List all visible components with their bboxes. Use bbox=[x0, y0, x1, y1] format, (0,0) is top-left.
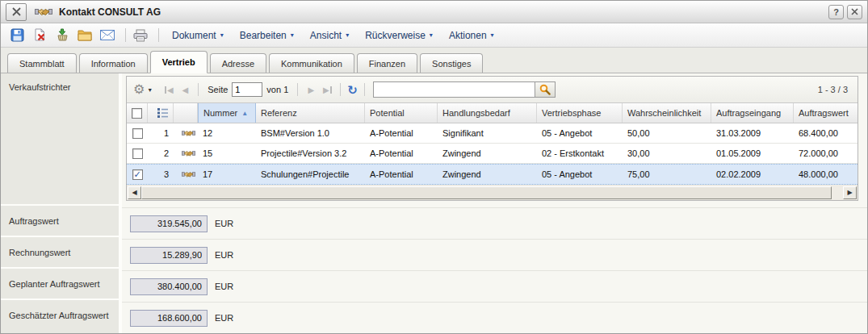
table-row[interactable]: 2 15 Projectile#Version 3.2 A-Potential … bbox=[127, 144, 858, 164]
save-button[interactable] bbox=[7, 27, 27, 44]
sales-funnel-grid: ⚙ ▼ ◀ ◀ Seite von 1 bbox=[126, 76, 858, 201]
title-bar: Kontakt CONSULT AG ? bbox=[1, 1, 867, 23]
tab-vertrieb[interactable]: Vertrieb bbox=[150, 51, 208, 73]
close-icon bbox=[11, 6, 22, 17]
geschaetzter-auftragswert-field[interactable] bbox=[130, 310, 208, 327]
search-input[interactable] bbox=[373, 81, 535, 98]
chevron-down-icon: ▾ bbox=[220, 31, 224, 39]
column-header-auftragseingang[interactable]: Auftragseingang bbox=[711, 103, 794, 123]
search-button[interactable] bbox=[535, 81, 556, 98]
gear-icon: ⚙ bbox=[133, 83, 145, 96]
main-toolbar: Dokument ▾ Bearbeiten ▾ Ansicht ▾ Rückve… bbox=[1, 23, 867, 48]
delete-document-icon bbox=[33, 28, 47, 42]
cell-potential: A-Potential bbox=[365, 144, 438, 163]
page-title: Kontakt CONSULT AG bbox=[59, 6, 161, 18]
select-all-header-cell bbox=[127, 103, 148, 123]
basket-import-icon bbox=[56, 28, 69, 42]
table-row-selected[interactable]: ✓ 3 17 Schulungen#Projectile A-Potential… bbox=[127, 164, 858, 185]
select-all-checkbox[interactable] bbox=[132, 108, 142, 119]
page-number-input[interactable] bbox=[232, 82, 262, 97]
row-checkbox[interactable] bbox=[132, 148, 143, 159]
folder-icon bbox=[78, 29, 92, 41]
tab-kommunikation[interactable]: Kommunikation bbox=[269, 53, 354, 73]
previous-page-button[interactable]: ◀ bbox=[177, 82, 193, 97]
main-panel: ⚙ ▼ ◀ ◀ Seite von 1 bbox=[122, 73, 867, 333]
horizontal-scrollbar[interactable]: ◀ ▶ bbox=[127, 185, 858, 200]
auftragswert-field[interactable] bbox=[130, 215, 208, 232]
cell-handlungsbedarf: Signifikant bbox=[438, 123, 537, 143]
currency-label: EUR bbox=[215, 282, 233, 291]
row-index: 3 bbox=[148, 165, 174, 184]
print-button[interactable] bbox=[131, 27, 150, 44]
menu-bearbeiten[interactable]: Bearbeiten ▾ bbox=[240, 30, 294, 41]
menu-ansicht[interactable]: Ansicht ▾ bbox=[310, 30, 349, 41]
cell-wahrscheinlichkeit: 30,00 bbox=[623, 144, 711, 163]
column-header-referenz[interactable]: Referenz bbox=[256, 103, 365, 123]
search-icon bbox=[539, 84, 551, 95]
last-page-button[interactable]: ▶ bbox=[319, 82, 335, 97]
arrow-right-icon: ▶ bbox=[308, 86, 314, 94]
help-button[interactable]: ? bbox=[828, 5, 844, 19]
section-label-verkaufstrichter: Verkaufstrichter bbox=[1, 73, 119, 204]
menu-dokument[interactable]: Dokument ▾ bbox=[172, 30, 224, 41]
contact-handshake-icon bbox=[35, 6, 52, 18]
scroll-right-button[interactable]: ▶ bbox=[843, 186, 857, 199]
open-folder-button[interactable] bbox=[75, 27, 94, 44]
arrow-left-icon: ◀ bbox=[167, 86, 174, 94]
cell-potential: A-Potential bbox=[365, 165, 438, 184]
first-page-bar bbox=[165, 86, 166, 94]
menu-label: Ansicht bbox=[310, 30, 342, 41]
column-label: Nummer bbox=[203, 108, 237, 118]
tab-stammblatt[interactable]: Stammblatt bbox=[7, 53, 77, 73]
row-index: 2 bbox=[148, 144, 174, 163]
import-button[interactable] bbox=[52, 27, 72, 44]
field-label-geplanter-auftragswert: Geplanter Auftragswert bbox=[1, 267, 119, 299]
chevron-down-icon: ▾ bbox=[430, 31, 433, 39]
close-window-button[interactable] bbox=[847, 5, 862, 19]
cell-auftragseingang: 02.02.2009 bbox=[711, 165, 794, 184]
close-record-button[interactable] bbox=[6, 3, 27, 21]
menu-label: Aktionen bbox=[449, 30, 487, 41]
row-checkbox[interactable] bbox=[132, 128, 143, 139]
rechnungswert-field[interactable] bbox=[130, 247, 208, 264]
scrollbar-thumb[interactable] bbox=[141, 186, 832, 199]
column-header-potential[interactable]: Potential bbox=[365, 103, 438, 123]
column-header-wahrscheinlichkeit[interactable]: Wahrscheinlichkeit bbox=[623, 103, 711, 123]
email-button[interactable] bbox=[98, 27, 117, 44]
next-page-button[interactable]: ▶ bbox=[303, 82, 319, 97]
column-header-handlungsbedarf[interactable]: Handlungsbedarf bbox=[438, 103, 537, 123]
pager-separator bbox=[297, 83, 298, 96]
refresh-button[interactable]: ↻ bbox=[347, 84, 358, 96]
cell-vertriebsphase: 05 - Angebot bbox=[537, 165, 623, 184]
opportunity-handshake-icon bbox=[174, 123, 198, 143]
tab-finanzen[interactable]: Finanzen bbox=[357, 53, 417, 73]
chevron-down-icon: ▾ bbox=[346, 31, 349, 39]
content-area: Verkaufstrichter Auftragswert Rechnungsw… bbox=[1, 73, 867, 333]
row-number-header-cell[interactable] bbox=[148, 103, 174, 123]
scroll-left-button[interactable]: ◀ bbox=[128, 186, 141, 199]
menu-label: Dokument bbox=[172, 30, 216, 41]
table-row[interactable]: 1 12 BSM#Version 1.0 A-Potential Signifi… bbox=[127, 123, 858, 144]
grid-settings-button[interactable]: ⚙ ▼ bbox=[133, 83, 153, 96]
row-checkbox-checked[interactable]: ✓ bbox=[132, 169, 143, 180]
sort-ascending-icon: ▲ bbox=[241, 110, 248, 117]
opportunity-handshake-icon bbox=[174, 144, 198, 163]
menu-rueckverweise[interactable]: Rückverweise ▾ bbox=[365, 30, 433, 41]
delete-button[interactable] bbox=[30, 27, 49, 44]
menu-label: Rückverweise bbox=[365, 30, 426, 41]
column-header-vertriebsphase[interactable]: Vertriebsphase bbox=[537, 103, 623, 123]
currency-label: EUR bbox=[215, 313, 233, 323]
envelope-icon bbox=[100, 30, 115, 40]
app-window: Kontakt CONSULT AG ? bbox=[0, 0, 868, 334]
tab-sonstiges[interactable]: Sonstiges bbox=[420, 53, 483, 73]
menu-aktionen[interactable]: Aktionen ▾ bbox=[449, 30, 494, 41]
tab-adresse[interactable]: Adresse bbox=[210, 53, 266, 73]
grid-header-row: Nummer ▲ Referenz Potential Handlungsbed… bbox=[127, 103, 858, 123]
tab-information[interactable]: Information bbox=[79, 53, 148, 73]
column-header-auftragswert[interactable]: Auftragswert bbox=[794, 103, 858, 123]
geplanter-auftragswert-field[interactable] bbox=[130, 278, 208, 295]
column-header-nummer[interactable]: Nummer ▲ bbox=[198, 103, 256, 123]
toolbar-separator bbox=[125, 28, 126, 42]
first-page-button[interactable]: ◀ bbox=[161, 82, 177, 97]
currency-label: EUR bbox=[215, 219, 233, 228]
